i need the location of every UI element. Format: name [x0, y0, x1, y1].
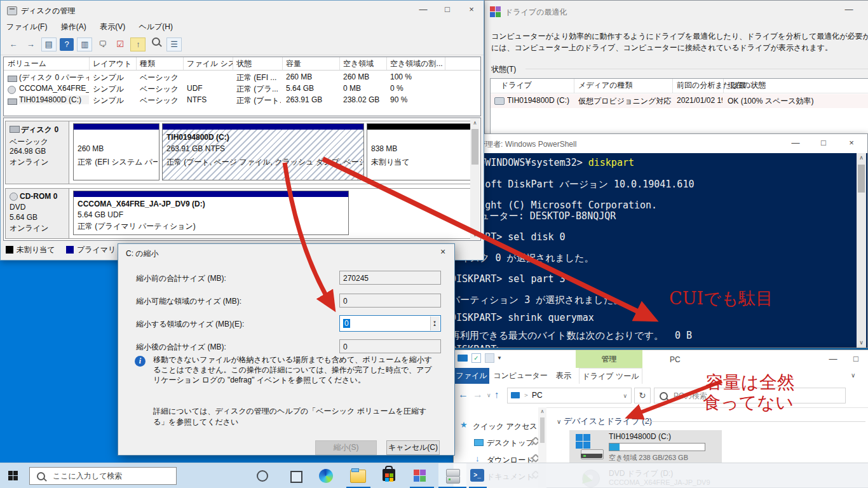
scroll-down-icon[interactable]: ∨: [470, 231, 480, 240]
cancel-button[interactable]: キャンセル(C): [386, 440, 440, 455]
shrink-button[interactable]: 縮小(S): [315, 440, 377, 455]
breadcrumb-pc[interactable]: PC: [532, 391, 543, 400]
col-drive[interactable]: ドライブ: [501, 80, 532, 91]
up-level-icon[interactable]: ↑: [130, 37, 146, 51]
powershell-scrollbar[interactable]: ∧ ∨: [857, 153, 866, 348]
graphical-view-pane: ディスク 0 ベーシック 264.98 GB オンライン 260 MB 正常 (…: [3, 118, 481, 241]
powershell-console[interactable]: PS C:¥WINDOWS¥system32> diskpart Microso…: [445, 153, 867, 348]
cdrom0-label[interactable]: CD-ROM 0 DVD 5.64 GB オンライン: [6, 189, 69, 238]
col-filesystem[interactable]: ファイル システム: [187, 58, 233, 69]
help-icon[interactable]: ?: [60, 38, 74, 51]
powershell-maximize-button[interactable]: □: [813, 134, 834, 152]
diskmgmt-maximize-button[interactable]: □: [437, 1, 458, 18]
devices-group-header[interactable]: ∨ デバイスとドライブ (2): [557, 416, 652, 427]
menu-action[interactable]: 操作(A): [55, 20, 92, 34]
scroll-up-icon[interactable]: ∧: [857, 153, 866, 163]
dialog-close-button[interactable]: ×: [434, 247, 452, 259]
col-status[interactable]: 現在の状態: [728, 80, 766, 91]
ribbon-contextual-group[interactable]: 管理: [576, 350, 642, 368]
scrollbar-thumb[interactable]: [858, 165, 865, 193]
tab-drive-tools[interactable]: ドライブ ツール: [579, 368, 642, 384]
defrag-taskbar-icon[interactable]: [414, 470, 426, 482]
qat-computer-icon[interactable]: [458, 355, 468, 362]
scroll-up-icon[interactable]: ∧: [538, 409, 546, 414]
powershell-taskbar-icon[interactable]: >_: [470, 469, 484, 482]
taskbar-search-box[interactable]: ここに入力して検索: [29, 467, 177, 485]
up-icon[interactable]: ↑: [494, 389, 499, 400]
ribbon-collapse-icon[interactable]: ∨: [851, 372, 855, 379]
partition-c-selected[interactable]: TIH0194800D (C:) 263.91 GB NTFS 正常 (ブート,…: [162, 123, 364, 180]
field-label: 縮小前の合計サイズ (MB):: [136, 273, 226, 284]
check-disk-icon[interactable]: ☑: [113, 38, 127, 51]
list-view-icon[interactable]: ☰: [166, 37, 182, 51]
qat-dropdown-icon[interactable]: ▼: [497, 355, 502, 361]
diskmgmt-close-button[interactable]: ×: [461, 1, 482, 18]
partition-dvd[interactable]: CCCOMA_X64FRE_JA-JP_DV9 (D:) 5.64 GB UDF…: [73, 191, 349, 235]
col-layout[interactable]: レイアウト: [93, 58, 135, 69]
powershell-close-button[interactable]: ×: [841, 134, 862, 152]
qat-newfolder-icon[interactable]: [485, 353, 494, 363]
menu-help[interactable]: ヘルプ(H): [133, 20, 179, 34]
file-explorer-icon[interactable]: [350, 470, 366, 483]
address-dropdown-icon[interactable]: ∨: [623, 393, 627, 399]
scroll-down-icon[interactable]: ∨: [857, 338, 866, 348]
partition-efi[interactable]: 260 MB 正常 (EFI システム パーティシ: [73, 123, 159, 180]
tab-view[interactable]: 表示: [550, 368, 577, 384]
field-shrink-amount-input[interactable]: 0 ▲ ▼: [339, 315, 441, 332]
scroll-up-icon[interactable]: ∧: [470, 119, 480, 128]
volume-row[interactable]: TIH0194800D (C:) シンプル ベーシック NTFS 正常 (ブート…: [4, 95, 480, 107]
forward-icon[interactable]: →: [473, 389, 483, 400]
diskmgmt-taskbar-button[interactable]: [438, 463, 466, 488]
col-type[interactable]: 種類: [140, 58, 182, 69]
partition-unallocated[interactable]: 838 MB 未割り当て: [367, 123, 471, 180]
col-free-pct[interactable]: 空き領域の割...: [390, 58, 444, 69]
magnifier-icon[interactable]: [149, 37, 163, 50]
start-button[interactable]: [8, 471, 18, 480]
cell-fs: NTFS: [187, 95, 207, 104]
sidebar-item-quick-access[interactable]: クイック アクセス: [473, 421, 538, 432]
scrollbar-thumb[interactable]: [471, 129, 478, 165]
back-icon[interactable]: ←: [458, 389, 468, 400]
task-view-icon[interactable]: [290, 471, 302, 483]
diskmgmt-minimize-button[interactable]: —: [412, 1, 434, 18]
action-pane-icon[interactable]: ▥: [77, 37, 92, 51]
sidebar-item-desktop[interactable]: デスクトップ: [487, 438, 534, 449]
qat-properties-icon[interactable]: ✓: [471, 353, 481, 363]
ribbon-tabs: ファイル コンピューター 表示 ドライブ ツール ∨: [454, 368, 868, 384]
explorer-maximize-button[interactable]: □: [845, 350, 867, 368]
explorer-minimize-button[interactable]: —: [822, 350, 844, 368]
scrollbar-thumb[interactable]: [540, 417, 545, 443]
edge-icon[interactable]: [319, 469, 333, 483]
spinner-down-icon[interactable]: ▼: [433, 315, 437, 330]
address-bar[interactable]: ＞ PC ∨: [507, 388, 632, 403]
col-status[interactable]: 状態: [236, 58, 282, 69]
menu-view[interactable]: 表示(V): [94, 20, 131, 34]
tab-computer[interactable]: コンピューター: [493, 368, 548, 384]
tab-file[interactable]: ファイル: [454, 368, 489, 384]
table-row[interactable]: TIH0194800D (C:) 仮想プロビジョニング対応ド... 2021/0…: [491, 94, 868, 108]
graphic-scrollbar[interactable]: ∧ ∨: [470, 119, 480, 240]
forward-icon[interactable]: →: [24, 38, 37, 51]
shrink-dialog: C: の縮小 × 縮小前の合計サイズ (MB): 270245 縮小可能な領域の…: [118, 243, 455, 456]
volume-row[interactable]: (ディスク 0 パーティシ... シンプル ベーシック 正常 (EFI ... …: [4, 72, 480, 84]
back-icon[interactable]: ←: [6, 38, 20, 51]
recent-dropdown-icon[interactable]: ∨: [487, 392, 491, 398]
disk0-label[interactable]: ディスク 0 ベーシック 264.98 GB オンライン: [6, 121, 69, 184]
chevron-down-icon[interactable]: ∨: [557, 418, 561, 425]
store-icon[interactable]: [383, 469, 395, 481]
col-media[interactable]: メディアの種類: [578, 80, 632, 91]
volume-row[interactable]: CCCOMA_X64FRE_... シンプル ベーシック UDF 正常 (プラ.…: [4, 84, 480, 95]
drive-c-tile[interactable]: TIH0194800D (C:) 空き領域 238 GB/263 GB: [569, 430, 722, 463]
partition-size: 260 MB: [78, 144, 158, 153]
console-tree-icon[interactable]: ▤: [41, 37, 57, 51]
optimizer-minimize-button[interactable]: —: [838, 1, 860, 18]
properties-icon[interactable]: 🗨: [96, 38, 110, 51]
menu-file[interactable]: ファイル(F): [1, 20, 53, 34]
cortana-icon[interactable]: [257, 470, 268, 482]
col-volume[interactable]: ボリューム: [8, 58, 88, 69]
col-free[interactable]: 空き領域: [343, 58, 386, 69]
refresh-button[interactable]: ↻: [634, 388, 651, 403]
col-capacity[interactable]: 容量: [286, 58, 339, 69]
powershell-minimize-button[interactable]: —: [785, 134, 806, 152]
spinner[interactable]: ▲ ▼: [430, 316, 440, 330]
